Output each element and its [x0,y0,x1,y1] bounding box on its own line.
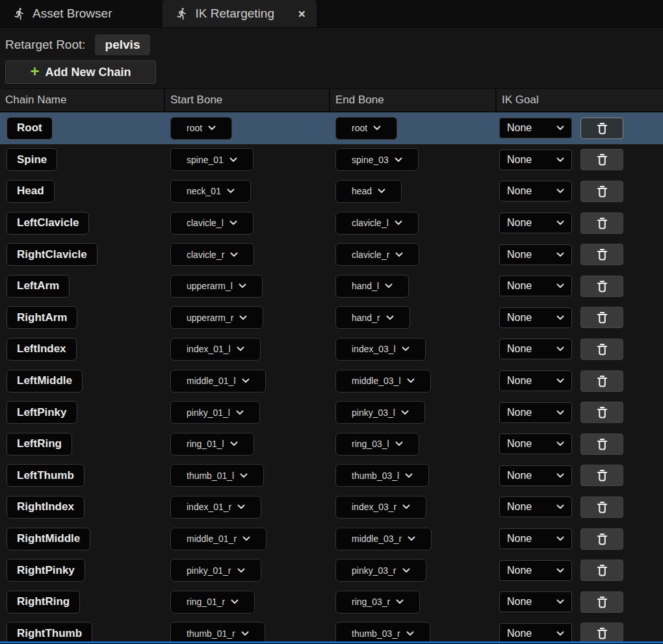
chain-table-row[interactable]: RightIndex index_01_r index_03_r None [0,491,663,523]
chain-name-field[interactable]: RightThumb [6,622,92,641]
ik-goal-dropdown[interactable]: None [499,591,572,612]
end-bone-dropdown[interactable]: pinky_03_r [335,559,426,582]
delete-chain-button[interactable] [580,181,623,202]
start-bone-dropdown[interactable]: spine_01 [170,148,254,171]
end-bone-dropdown[interactable]: thumb_03_l [335,464,429,487]
ik-goal-dropdown[interactable]: None [499,213,572,233]
start-bone-dropdown[interactable]: pinky_01_l [170,401,260,424]
chain-table-row[interactable]: LeftClavicle clavicle_l clavicle_l None [0,207,663,239]
tab-ik-retargeting[interactable]: IK Retargeting ✕ [162,0,316,27]
chain-name-field[interactable]: RightIndex [6,496,84,519]
chain-name-field[interactable]: LeftPinky [6,401,77,424]
delete-chain-button[interactable] [580,433,623,455]
chain-table-row[interactable]: RightClavicle clavicle_r clavicle_r None [0,238,663,270]
ik-goal-dropdown[interactable]: None [499,339,572,359]
delete-chain-button[interactable] [580,370,623,392]
chain-name-field[interactable]: Head [6,180,55,203]
delete-chain-button[interactable] [580,560,623,581]
start-bone-dropdown[interactable]: root [170,117,232,140]
chain-table-row[interactable]: Spine spine_01 spine_03 None [0,144,663,176]
start-bone-dropdown[interactable]: clavicle_l [170,212,254,235]
delete-chain-button[interactable] [580,244,623,265]
chain-name-field[interactable]: RightMiddle [6,528,90,550]
chain-name-field[interactable]: Spine [6,148,57,171]
chain-name-field[interactable]: LeftThumb [6,464,84,487]
chain-table-row[interactable]: LeftArm upperarm_l hand_l None [0,270,663,302]
start-bone-dropdown[interactable]: thumb_01_r [170,622,265,641]
end-bone-dropdown[interactable]: pinky_03_l [335,401,425,424]
close-icon[interactable]: ✕ [298,9,306,19]
end-bone-dropdown[interactable]: ring_03_r [335,591,420,613]
delete-chain-button[interactable] [580,339,623,360]
delete-chain-button[interactable] [580,623,623,641]
start-bone-dropdown[interactable]: index_01_r [170,496,261,519]
delete-chain-button[interactable] [580,118,623,139]
delete-chain-button[interactable] [580,213,623,234]
end-bone-dropdown[interactable]: clavicle_r [335,243,419,266]
chain-table-row[interactable]: LeftThumb thumb_01_l thumb_03_l None [0,460,663,492]
start-bone-dropdown[interactable]: upperarm_l [170,275,263,298]
chain-name-field[interactable]: RightRing [6,591,80,613]
chain-table-row[interactable]: LeftRing ring_01_l ring_03_l None [0,428,663,460]
end-bone-dropdown[interactable]: middle_03_l [335,370,431,393]
delete-chain-button[interactable] [580,276,623,297]
chain-table-row[interactable]: LeftIndex index_01_l index_03_l None [0,333,663,365]
chain-table-row[interactable]: Head neck_01 head None [0,175,663,207]
start-bone-dropdown[interactable]: ring_01_l [170,433,254,456]
chain-table-row[interactable]: LeftMiddle middle_01_l middle_03_l None [0,365,663,397]
start-bone-dropdown[interactable]: index_01_l [170,338,261,361]
start-bone-dropdown[interactable]: upperarm_r [170,306,263,329]
end-bone-dropdown[interactable]: hand_r [335,306,410,329]
chain-table-row[interactable]: LeftPinky pinky_01_l pinky_03_l None [0,396,663,428]
ik-goal-dropdown[interactable]: None [499,307,572,328]
delete-chain-button[interactable] [580,149,623,170]
chain-table-row[interactable]: RightThumb thumb_01_r thumb_03_r None [0,618,663,642]
end-bone-dropdown[interactable]: index_03_r [335,496,426,519]
ik-goal-dropdown[interactable]: None [499,465,572,486]
chain-name-field[interactable]: Root [6,117,53,140]
end-bone-dropdown[interactable]: index_03_l [335,338,426,361]
start-bone-dropdown[interactable]: ring_01_r [170,591,255,613]
ik-goal-dropdown[interactable]: None [499,623,572,641]
chain-name-field[interactable]: RightPinky [6,559,85,582]
delete-chain-button[interactable] [580,496,623,518]
chain-table-row[interactable]: Root root root None [0,112,663,144]
chain-name-field[interactable]: LeftMiddle [6,370,83,393]
end-bone-dropdown[interactable]: middle_03_r [335,528,432,550]
add-new-chain-button[interactable]: + Add New Chain [5,60,156,84]
chain-name-field[interactable]: LeftClavicle [6,212,89,235]
chain-name-field[interactable]: RightClavicle [6,243,98,266]
ik-goal-dropdown[interactable]: None [499,402,572,423]
ik-goal-dropdown[interactable]: None [499,496,572,517]
delete-chain-button[interactable] [580,465,623,486]
chain-table-row[interactable]: RightRing ring_01_r ring_03_r None [0,586,663,618]
end-bone-dropdown[interactable]: spine_03 [335,148,419,171]
start-bone-dropdown[interactable]: neck_01 [170,180,251,203]
chain-table-row[interactable]: RightMiddle middle_01_r middle_03_r None [0,523,663,555]
delete-chain-button[interactable] [580,307,623,328]
chain-name-field[interactable]: LeftIndex [6,338,77,361]
start-bone-dropdown[interactable]: clavicle_r [170,243,254,266]
start-bone-dropdown[interactable]: thumb_01_l [170,464,264,487]
end-bone-dropdown[interactable]: hand_l [335,275,409,298]
delete-chain-button[interactable] [580,402,623,423]
ik-goal-dropdown[interactable]: None [499,276,572,296]
chain-name-field[interactable]: LeftRing [6,433,72,456]
ik-goal-dropdown[interactable]: None [499,118,572,138]
ik-goal-dropdown[interactable]: None [499,181,572,201]
ik-goal-dropdown[interactable]: None [499,528,572,549]
chain-name-field[interactable]: LeftArm [6,275,70,298]
chain-table-row[interactable]: RightPinky pinky_01_r pinky_03_r None [0,554,663,586]
ik-goal-dropdown[interactable]: None [499,244,572,265]
ik-goal-dropdown[interactable]: None [499,433,572,454]
start-bone-dropdown[interactable]: middle_01_l [170,370,266,393]
start-bone-dropdown[interactable]: middle_01_r [170,528,266,550]
tab-asset-browser[interactable]: Asset Browser [0,0,125,27]
delete-chain-button[interactable] [580,591,623,613]
end-bone-dropdown[interactable]: clavicle_l [335,212,419,235]
ik-goal-dropdown[interactable]: None [499,370,572,391]
end-bone-dropdown[interactable]: thumb_03_r [335,622,430,641]
end-bone-dropdown[interactable]: root [335,117,397,140]
ik-goal-dropdown[interactable]: None [499,560,572,581]
end-bone-dropdown[interactable]: ring_03_l [335,433,419,456]
